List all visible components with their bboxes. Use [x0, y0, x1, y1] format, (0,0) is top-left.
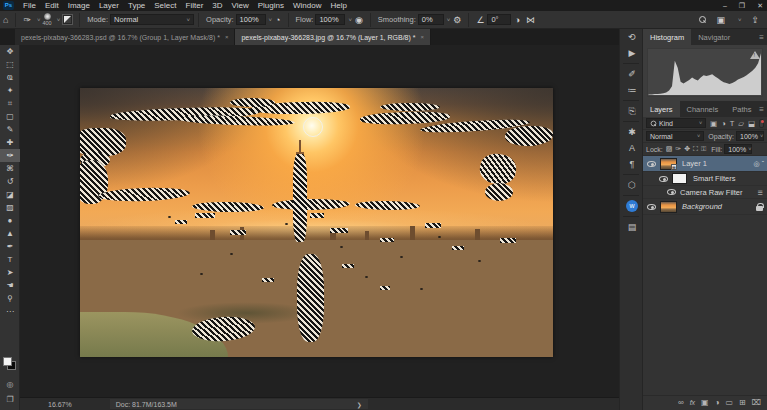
visibility-eye-icon[interactable]: [667, 189, 676, 195]
properties-panel-icon[interactable]: ≔: [620, 82, 644, 98]
toggle-brush-settings-icon[interactable]: [62, 14, 73, 25]
filter-toggle-switch[interactable]: [759, 119, 764, 128]
home-icon[interactable]: ⌂: [3, 15, 8, 25]
menu-item-edit[interactable]: Edit: [45, 1, 59, 10]
actions-panel-icon[interactable]: ▶: [620, 45, 644, 61]
tab-histogram[interactable]: Histogram: [643, 29, 691, 45]
camera-raw-filter-label[interactable]: Camera Raw Filter: [680, 188, 743, 197]
delete-layer-icon[interactable]: ⌧: [752, 398, 761, 407]
layer-blend-mode-select[interactable]: Normal˅: [646, 131, 704, 141]
menu-item-window[interactable]: Window: [293, 1, 321, 10]
crop-tool[interactable]: ⌗: [0, 97, 20, 110]
workspace-switcher-icon[interactable]: ▣: [716, 15, 725, 25]
paragraph-panel-icon[interactable]: ¶: [620, 156, 644, 172]
share-image-icon[interactable]: ⇪: [751, 15, 759, 25]
brush-tool[interactable]: ✑: [0, 149, 20, 162]
layer-row-background[interactable]: Background: [643, 199, 767, 215]
path-selection-tool[interactable]: ➤: [0, 266, 20, 279]
lock-paint-icon[interactable]: ✑: [675, 145, 681, 153]
brush-angle-input[interactable]: 0°: [487, 14, 511, 25]
clone-source-panel-icon[interactable]: ⎘: [620, 103, 644, 119]
menu-item-layer[interactable]: Layer: [99, 1, 119, 10]
collapse-filters-chevron-icon[interactable]: ˆ: [762, 160, 764, 167]
move-tool[interactable]: ✥: [0, 45, 20, 58]
foreground-background-swatches[interactable]: [3, 357, 17, 371]
canvas-image[interactable]: [80, 88, 553, 357]
layer-name[interactable]: Layer 1: [682, 159, 707, 168]
opacity-input[interactable]: 100%: [236, 14, 266, 25]
marquee-tool[interactable]: ⬚: [0, 58, 20, 71]
flow-input[interactable]: 100%: [315, 14, 345, 25]
background-thumbnail[interactable]: [660, 201, 677, 213]
chevron-down-icon[interactable]: ˅: [738, 17, 742, 23]
minimize-button[interactable]: –: [723, 2, 727, 9]
adjustment-layer-icon[interactable]: ◑: [715, 398, 720, 407]
chevron-down-icon[interactable]: ˅: [37, 17, 41, 23]
layer-fill-input[interactable]: 100%˅: [724, 144, 752, 154]
lock-all-icon[interactable]: ⚿: [701, 145, 706, 153]
chevron-down-icon[interactable]: ˅: [447, 17, 451, 23]
layer-group-icon[interactable]: ▭: [726, 398, 734, 407]
screen-mode-icon[interactable]: ❐: [0, 393, 20, 405]
eyedropper-tool[interactable]: ✎: [0, 123, 20, 136]
history-panel-icon[interactable]: ⟲: [620, 29, 644, 45]
close-tab-icon[interactable]: ×: [225, 34, 229, 40]
menu-item-3d[interactable]: 3D: [212, 1, 222, 10]
search-icon[interactable]: [699, 16, 706, 23]
pen-tool[interactable]: ✒: [0, 240, 20, 253]
smart-filter-icon[interactable]: ◎: [754, 160, 760, 168]
link-layers-icon[interactable]: ∞: [678, 398, 684, 407]
gradient-tool[interactable]: ▨: [0, 201, 20, 214]
brush-preset-icon[interactable]: ✑: [23, 15, 31, 25]
pressure-opacity-icon[interactable]: ◔: [275, 15, 280, 25]
clone-stamp-tool[interactable]: ⌘: [0, 162, 20, 175]
blur-tool[interactable]: ●: [0, 214, 20, 227]
document-info-field[interactable]: Doc: 81.7M/163.5M ❯: [110, 399, 368, 409]
tab-layers[interactable]: Layers: [643, 101, 680, 117]
type-tool[interactable]: T: [0, 253, 20, 266]
airbrush-icon[interactable]: ◉: [355, 15, 363, 25]
hand-tool[interactable]: ☚: [0, 279, 20, 292]
filter-smart-objects-icon[interactable]: ⬓: [748, 119, 755, 128]
dodge-tool[interactable]: ▲: [0, 227, 20, 240]
filter-shape-layers-icon[interactable]: ▱: [738, 119, 744, 128]
visibility-eye-icon[interactable]: [659, 176, 668, 182]
layer-opacity-input[interactable]: 100%˅: [736, 131, 764, 141]
smoothing-input[interactable]: 0%: [418, 14, 444, 25]
chevron-down-icon[interactable]: ˅: [348, 17, 352, 23]
chevron-down-icon[interactable]: ˅: [57, 17, 61, 23]
filter-type-layers-icon[interactable]: T: [730, 119, 735, 128]
visibility-eye-icon[interactable]: [647, 161, 656, 167]
restore-button[interactable]: ❐: [739, 2, 745, 10]
lock-move-icon[interactable]: ✥: [684, 145, 690, 153]
panel-menu-icon[interactable]: ≡: [759, 101, 764, 117]
filter-mask-thumbnail[interactable]: [672, 173, 687, 184]
symmetry-icon[interactable]: ⋈: [526, 15, 535, 25]
healing-brush-tool[interactable]: ✚: [0, 136, 20, 149]
blend-mode-select[interactable]: Normal˅: [110, 14, 194, 25]
plugin-panel-icon[interactable]: w: [620, 198, 644, 214]
foreground-color-swatch[interactable]: [3, 357, 12, 366]
menu-item-filter[interactable]: Filter: [186, 1, 204, 10]
tab-paths[interactable]: Paths: [725, 101, 758, 117]
filter-adjustment-layers-icon[interactable]: ◑: [721, 119, 726, 128]
status-options-chevron-icon[interactable]: ❯: [357, 401, 362, 408]
adjustments-panel-icon[interactable]: ✱: [620, 124, 644, 140]
brush-preset-picker[interactable]: 400: [43, 13, 52, 27]
cached-data-warning-icon[interactable]: [750, 51, 760, 59]
layer1-thumbnail[interactable]: ▦: [660, 158, 677, 170]
object-selection-tool[interactable]: ✦: [0, 84, 20, 97]
lock-transparent-icon[interactable]: ▨: [666, 145, 673, 153]
chevron-down-icon[interactable]: ˅: [269, 17, 273, 23]
camera-raw-filter-row[interactable]: Camera Raw Filter ☰: [643, 186, 767, 199]
frame-tool[interactable]: ▢: [0, 110, 20, 123]
new-layer-icon[interactable]: ⊞: [739, 398, 746, 407]
tab-channels[interactable]: Channels: [680, 101, 726, 117]
edit-toolbar[interactable]: ⋯: [0, 305, 20, 318]
layer-filter-select[interactable]: Kind ˅: [646, 118, 706, 128]
layer-effects-icon[interactable]: fx: [690, 399, 695, 406]
layer-row-layer1[interactable]: ▦ Layer 1 ◎ ˆ: [643, 156, 767, 172]
filter-blending-options-icon[interactable]: ☰: [758, 189, 763, 196]
brush-settings-panel-icon[interactable]: ✐: [620, 66, 644, 82]
eraser-tool[interactable]: ◪: [0, 188, 20, 201]
